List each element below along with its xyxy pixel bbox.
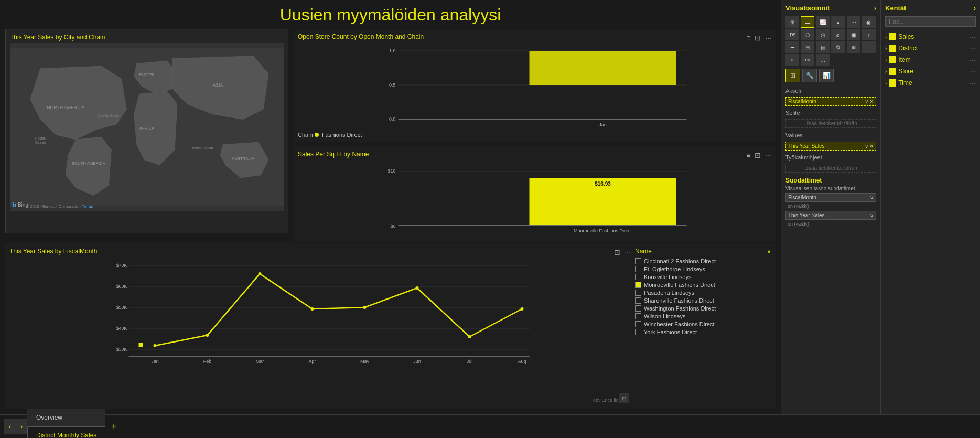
vis-icon-scatter[interactable]: ⋯ [847,16,860,28]
chart-controls-sqft[interactable]: ≡ ⊡ ··· [746,151,771,159]
legend-checkbox [635,266,641,272]
vis-icon-ribbon[interactable]: ≋ [847,41,860,53]
fiscalmonth-field[interactable]: FiscalMonth ∨ ✕ [785,97,876,106]
visualisoinnit-header: Visualisoinnit › [785,4,876,12]
legend-item[interactable]: Monroeville Fashions Direct [635,282,771,288]
analytics-btn[interactable]: 🔧 [802,69,817,82]
data-btn[interactable]: 📊 [819,69,834,82]
kentat-item-store[interactable]: ›Store··· [885,66,976,77]
kentat-item-district[interactable]: ›District··· [885,42,976,54]
legend-item[interactable]: Knoxville Lindseys [635,274,771,280]
legend-item[interactable]: York Fashions Direct [635,329,771,335]
vis-icon-table[interactable]: ⊞ [785,16,799,28]
kentat-item-more[interactable]: ··· [970,79,976,87]
more-icon-sqft[interactable]: ··· [765,151,771,159]
vis-icon-custom1[interactable]: Ⅱ [862,41,876,53]
vis-icon-custom3[interactable]: Py [801,54,814,66]
vis-icon-donut[interactable]: ◎ [816,29,830,40]
tab-prev-btn[interactable]: ‹ [4,419,16,434]
vis-icon-card[interactable]: ▣ [847,29,860,40]
tab-district-monthly-sales[interactable]: District Monthly Sales [27,426,105,438]
tab-add-btn[interactable]: + [106,419,121,434]
kentat-item-sales[interactable]: ›Sales··· [885,31,976,42]
legend-item[interactable]: Cincinnati 2 Fashions Direct [635,258,771,264]
legend-checkbox [635,274,641,280]
vis-icon-more[interactable]: … [816,54,830,66]
vis-icon-waterfall[interactable]: ⧉ [831,41,845,53]
legend-item-label: Winchester Fashions Direct [644,321,715,327]
values-label: Values [785,132,876,140]
kentat-search-input[interactable] [885,16,976,27]
bottom-chart: This Year Sales by FiscalMonth ⊡ ··· $70… [5,243,776,409]
this-year-sales-field[interactable]: This Year Sales ∨ ✕ [785,142,876,151]
chart-controls-open[interactable]: ≡ ⊡ ··· [746,34,771,42]
add-field-toolhint[interactable]: Lisää tietokentät tähän [785,164,876,173]
filter1-dropdown[interactable]: ∨ [870,195,874,200]
more-icon-line[interactable]: ··· [624,248,631,257]
format-btn[interactable]: ⊞ [785,69,800,82]
legend-collapse-icon[interactable]: ∨ [767,248,771,255]
svg-text:AUSTRALIA: AUSTRALIA [232,156,255,161]
svg-text:Jan: Jan [151,359,159,364]
svg-text:Atlantic Ocean: Atlantic Ocean [98,114,121,117]
vis-icon-map[interactable]: 🗺 [785,29,799,40]
tab-next-btn[interactable]: › [16,419,27,434]
kentat-item-item[interactable]: ›Item··· [885,54,976,66]
svg-text:AFRICA: AFRICA [139,126,155,131]
svg-text:0.0: 0.0 [389,116,396,122]
fiscalmonth-dropdown[interactable]: ∨ [865,99,868,104]
focus-icon-bottom[interactable]: ⊡ [619,393,629,403]
legend-item[interactable]: Pasadena Lindseys [635,290,771,296]
tab-overview[interactable]: Overview [27,409,105,426]
vis-icon-line[interactable]: 📈 [816,16,830,28]
filter-section: Suodattimet Visuaalisen tason suodattime… [785,177,876,229]
kentat-item-more[interactable]: ··· [970,44,976,52]
focus-icon-open[interactable]: ⊡ [755,34,761,42]
vis-icon-area[interactable]: ▲ [831,16,845,28]
chart-controls-line[interactable]: ⊡ ··· [614,248,631,257]
vis-icon-kpi[interactable]: ↑ [862,29,876,40]
open-store-svg: 1.0 0.5 0.0 Jan [298,45,771,129]
kentat-item-time[interactable]: ›Time··· [885,77,976,89]
kentat-item-more[interactable]: ··· [970,56,976,64]
map-credit: © 2019 Microsoft Corporation Terms [26,204,93,209]
vis-icon-matrix[interactable]: ⊟ [801,41,814,53]
filter-title: Suodattimet [785,177,876,184]
legend-item[interactable]: Winchester Fashions Direct [635,321,771,327]
vis-icon-custom2[interactable]: R [785,54,799,66]
vis-controls: ⊞ 🔧 📊 [785,69,876,82]
kentat-field-icon [889,68,896,75]
filter-chip-fiscalmonth[interactable]: FiscalMonth ∨ [785,193,876,202]
fiscalmonth-remove[interactable]: ✕ [869,99,874,104]
add-field-selite[interactable]: Lisää tietokentät tähän [785,119,876,128]
svg-point-38 [154,344,157,347]
this-year-sales-dropdown[interactable]: ∨ [865,143,868,149]
kentat-header: Kentät › [885,4,976,12]
map-area: NORTH AMERICA SOUTH AMERICA EUROPE AFRIC… [10,43,284,211]
svg-text:$70K: $70K [116,263,127,268]
this-year-sales-remove[interactable]: ✕ [869,143,874,149]
focus-icon-sqft[interactable]: ⊡ [755,151,761,159]
svg-text:$50K: $50K [116,305,127,310]
focus-icon-line[interactable]: ⊡ [614,248,620,257]
kentat-expand[interactable]: › [974,5,976,12]
legend-item[interactable]: Wilson Lindseys [635,313,771,319]
kentat-item-more[interactable]: ··· [970,33,976,41]
vis-icon-funnel[interactable]: ⬡ [801,29,814,40]
vis-icon-slicer[interactable]: ☰ [785,41,799,53]
vis-icon-pie[interactable]: ◉ [862,16,876,28]
filter2-dropdown[interactable]: ∨ [870,212,874,218]
legend-item[interactable]: Ft. Oglethorpe Lindseys [635,266,771,272]
more-icon-open[interactable]: ··· [765,34,771,42]
vis-icon-bar[interactable]: ▬ [801,16,814,28]
legend-item[interactable]: Washington Fashions Direct [635,305,771,312]
visualisoinnit-expand[interactable]: › [874,5,876,12]
vis-icon-gauge[interactable]: ⌀ [831,29,845,40]
open-store-chart: Open Store Count by Open Month and Chain… [294,29,776,142]
legend-item-label: Wilson Lindseys [644,313,685,319]
kentat-item-more[interactable]: ··· [970,67,976,76]
svg-text:Pacific: Pacific [35,136,46,140]
filter-chip-this-year-sales[interactable]: This Year Sales ∨ [785,211,876,220]
legend-item[interactable]: Sharonville Fashions Direct [635,297,771,304]
vis-icon-treemap[interactable]: ▤ [816,41,830,53]
